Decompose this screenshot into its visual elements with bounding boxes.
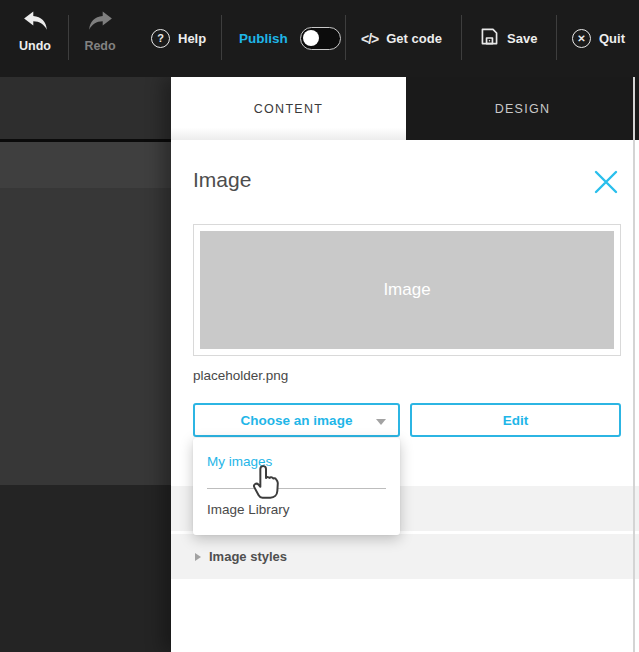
publish-label: Publish: [239, 31, 288, 46]
top-toolbar: Undo Redo ? Help Publish </> Get cod: [0, 0, 639, 77]
undo-label: Undo: [19, 39, 51, 53]
get-code-button[interactable]: </> Get code: [361, 0, 442, 77]
triangle-right-icon: [195, 553, 201, 561]
toolbar-divider: [68, 15, 69, 60]
toolbar-divider: [345, 15, 346, 60]
edit-label: Edit: [503, 413, 529, 428]
image-settings-panel: CONTENT DESIGN Image Image placeholder.p…: [171, 77, 639, 652]
scrollbar-track[interactable]: [633, 77, 635, 652]
image-styles-label: Image styles: [209, 549, 287, 564]
edit-button[interactable]: Edit: [410, 403, 621, 437]
panel-title: Image: [193, 168, 251, 192]
image-preview-frame: Image: [193, 224, 621, 356]
filename-text: placeholder.png: [193, 368, 288, 383]
chevron-down-icon: [376, 419, 386, 425]
dropdown-item-image-library[interactable]: Image Library: [207, 502, 290, 517]
save-label: Save: [507, 31, 537, 46]
tab-design-label: DESIGN: [495, 102, 551, 116]
code-brackets-icon: </>: [361, 31, 378, 47]
image-placeholder-label: Image: [383, 280, 430, 300]
toolbar-divider: [221, 15, 222, 60]
tab-content-label: CONTENT: [254, 102, 324, 116]
image-styles-accordion[interactable]: Image styles: [171, 534, 639, 579]
choose-image-button[interactable]: Choose an image: [193, 403, 400, 437]
editor-screen: Undo Redo ? Help Publish </> Get cod: [0, 0, 639, 652]
dimmed-subheader-band: [0, 142, 171, 188]
quit-button[interactable]: ✕ Quit: [572, 0, 625, 77]
floppy-disk-icon: [480, 27, 499, 50]
dropdown-divider: [207, 488, 386, 489]
redo-arrow-icon: [87, 11, 114, 34]
dimmed-page-background: [0, 77, 171, 652]
help-button[interactable]: ? Help: [151, 0, 206, 77]
dimmed-content-band: [0, 188, 171, 485]
toolbar-divider: [556, 15, 557, 60]
help-label: Help: [178, 31, 206, 46]
publish-control: Publish: [239, 0, 341, 77]
dimmed-header-band: [0, 77, 171, 139]
choose-image-dropdown: My images Image Library: [193, 438, 400, 535]
undo-arrow-icon: [22, 11, 49, 34]
image-placeholder: Image: [200, 231, 614, 349]
toolbar-divider: [461, 15, 462, 60]
toggle-knob: [303, 30, 319, 46]
hand-cursor-icon: [250, 460, 284, 504]
publish-toggle[interactable]: [300, 27, 341, 50]
undo-button[interactable]: Undo: [8, 11, 62, 53]
help-question-icon: ?: [151, 29, 170, 48]
close-icon[interactable]: [593, 169, 619, 195]
save-button[interactable]: Save: [480, 0, 537, 77]
choose-image-label: Choose an image: [241, 413, 353, 428]
quit-x-icon: ✕: [572, 29, 591, 48]
tab-content[interactable]: CONTENT: [171, 77, 406, 140]
tab-design[interactable]: DESIGN: [406, 77, 639, 140]
redo-label: Redo: [84, 39, 115, 53]
dimmed-footer-band: [0, 485, 171, 652]
get-code-label: Get code: [386, 31, 442, 46]
redo-button[interactable]: Redo: [76, 11, 124, 53]
quit-label: Quit: [599, 31, 625, 46]
